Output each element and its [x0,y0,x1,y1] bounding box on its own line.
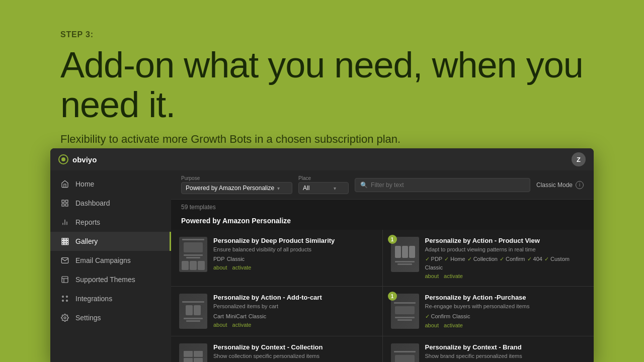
svg-point-24 [66,300,68,302]
tag-confirm-check-4: Confirm [425,313,451,320]
tag-classic-3: Classic [249,313,266,319]
email-icon [60,256,69,265]
purpose-select[interactable]: Powered by Amazon Personalize ▾ [181,182,292,194]
sidebar-label-email-campaigns: Email Campaigns [75,256,131,264]
template-name-2: Personalize by Action - Product View [425,237,586,244]
sidebar-item-integrations[interactable]: Integrations [50,289,171,308]
place-select[interactable]: All ▾ [298,182,349,194]
gallery-icon [60,237,69,246]
template-thumb-5 [179,343,207,362]
place-value: All [303,185,309,192]
template-info-6: Personalize by Context - Brand Show bran… [425,343,586,362]
template-card-action-product-view: 1 Personalize by A [383,230,594,286]
about-link-2[interactable]: about [425,273,439,279]
about-link-3[interactable]: about [213,322,227,328]
tag-cart: Cart [213,313,224,319]
toolbar: Purpose Powered by Amazon Personalize ▾ … [171,170,594,200]
svg-rect-12 [62,241,63,242]
activate-link-4[interactable]: activate [444,322,463,328]
template-card-context-brand: Personalize by Context - Brand Show bran… [383,336,594,362]
badge-4: 1 [388,292,397,301]
sidebar-label-integrations: Integrations [75,295,112,303]
template-thumb-6 [391,343,419,362]
template-name-5: Personalize by Context - Collection [213,343,374,351]
template-info-4: Personalize by Action -Purchase Re-engag… [425,294,586,329]
sidebar-label-dashboard: Dashboard [75,199,110,207]
logo-area: obviyo [58,154,97,164]
template-card-deep-product-similarity: Personalize by Deep Product Similarity E… [171,230,382,286]
home-icon [60,179,69,189]
tag-classic-2: Classic [425,264,443,270]
reports-icon [60,218,69,227]
sidebar-item-supported-themes[interactable]: Supported Themes [50,270,171,289]
template-thumb-3 [179,294,207,329]
sidebar-item-gallery[interactable]: Gallery [50,232,171,251]
sidebar-label-reports: Reports [75,218,100,226]
classic-mode-toggle[interactable]: Classic Mode i [536,181,584,189]
info-icon: i [576,181,584,189]
template-card-context-collection: Personalize by Context - Collection Show… [171,336,382,362]
template-actions-3: about activate [213,322,374,328]
svg-rect-13 [64,241,66,242]
template-name-6: Personalize by Context - Brand [425,343,586,351]
tag-custom-check: Custom [544,256,570,262]
svg-rect-18 [62,277,68,283]
tag-classic-4: Classic [452,313,470,320]
template-desc-4: Re-engage buyers with personalized items [425,303,586,310]
search-input[interactable] [371,182,525,189]
sidebar-item-settings[interactable]: Settings [50,308,171,327]
template-desc-3: Personalized items by cart [213,303,374,310]
svg-rect-5 [65,204,68,206]
template-actions-4: about activate [425,322,586,328]
sidebar-item-email-campaigns[interactable]: Email Campaigns [50,251,171,270]
app-window: obviyo Z Home Dashboard [50,148,594,362]
purpose-filter-group: Purpose Powered by Amazon Personalize ▾ [181,175,292,194]
classic-mode-label: Classic Mode [536,182,573,189]
svg-point-21 [62,296,64,298]
main-heading: Add-on what you need, when you need it. [60,45,644,125]
svg-rect-11 [66,238,68,240]
templates-count: 59 templates [171,200,594,215]
template-tags-4: Confirm Classic [425,313,586,320]
template-card-action-add-to-cart: Personalize by Action - Add-to-cart Pers… [171,287,382,336]
purpose-value: Powered by Amazon Personalize [186,185,274,192]
user-avatar[interactable]: Z [572,152,586,166]
sidebar-item-reports[interactable]: Reports [50,213,171,232]
sub-heading: Flexibility to activate more Growth Bots… [60,133,644,146]
search-box[interactable]: 🔍 [355,178,530,192]
activate-link-1[interactable]: activate [232,264,252,270]
sidebar-label-home: Home [75,180,94,188]
sidebar-item-home[interactable]: Home [50,174,171,194]
sidebar-item-dashboard[interactable]: Dashboard [50,194,171,213]
template-info-3: Personalize by Action - Add-to-cart Pers… [213,294,374,329]
svg-rect-9 [62,238,63,240]
about-link-1[interactable]: about [213,264,227,270]
template-desc-5: Show collection specific personalized it… [213,352,374,360]
search-icon: 🔍 [360,182,368,189]
activate-link-2[interactable]: activate [444,273,463,279]
logo-text: obviyo [72,155,97,164]
place-chevron-icon: ▾ [334,186,336,191]
sidebar: Home Dashboard Reports Gal [50,170,171,362]
template-info-1: Personalize by Deep Product Similarity E… [213,237,374,279]
dashboard-icon [60,199,69,208]
tag-confirm-check: Confirm [500,256,525,262]
svg-point-25 [64,317,66,319]
sidebar-label-supported-themes: Supported Themes [75,276,135,284]
supported-themes-icon [60,275,69,284]
svg-point-1 [61,157,65,161]
template-info-5: Personalize by Context - Collection Show… [213,343,374,362]
tag-404-check: 404 [527,256,542,262]
integrations-icon [60,294,69,303]
template-name-4: Personalize by Action -Purchase [425,294,586,301]
template-card-action-purchase: 1 Personalize by Action -Purchase Re-eng… [383,287,594,336]
template-thumb-1 [179,237,207,272]
activate-link-3[interactable]: activate [232,322,252,328]
template-tags-3: Cart MiniCart Classic [213,313,374,319]
logo-icon [58,154,68,164]
template-desc-2: Adapt to product viewing patterns in rea… [425,246,586,253]
place-label: Place [298,175,349,181]
template-tags-1: PDP Classic [213,256,374,262]
svg-point-22 [66,296,68,298]
about-link-4[interactable]: about [425,322,439,328]
